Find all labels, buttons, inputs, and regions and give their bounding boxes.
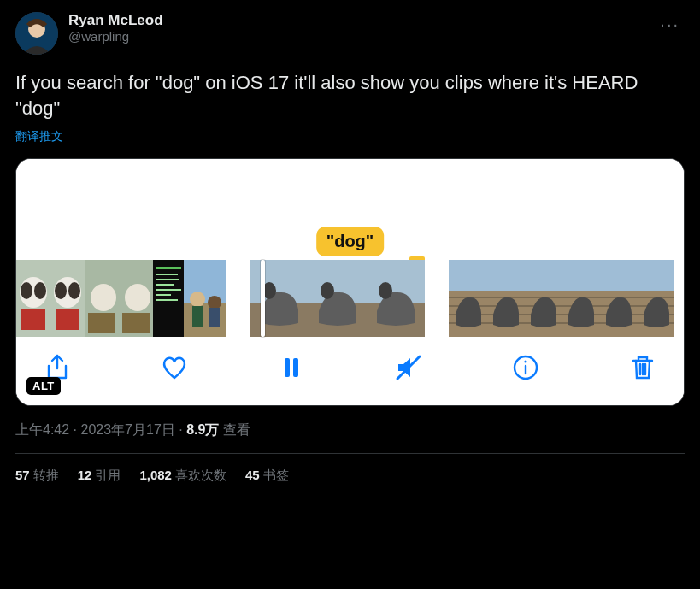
svg-rect-31 bbox=[209, 308, 220, 327]
svg-rect-21 bbox=[156, 279, 179, 280]
svg-point-9 bbox=[55, 282, 67, 299]
pause-icon bbox=[277, 353, 306, 382]
svg-rect-29 bbox=[192, 306, 203, 327]
thumbnail bbox=[637, 260, 674, 337]
thumbnail bbox=[486, 260, 524, 337]
bookmarks-stat[interactable]: 45书签 bbox=[245, 468, 289, 484]
svg-point-5 bbox=[34, 282, 46, 299]
svg-rect-17 bbox=[122, 313, 150, 333]
more-button[interactable]: ··· bbox=[655, 12, 685, 36]
avatar-image bbox=[15, 12, 58, 55]
tweet-meta: 上午4:42 · 2023年7月17日 · 8.9万 查看 bbox=[15, 421, 685, 439]
thumbnail bbox=[119, 260, 153, 337]
heart-icon bbox=[160, 353, 189, 382]
svg-rect-78 bbox=[293, 358, 298, 377]
views-count: 8.9万 bbox=[186, 422, 219, 437]
thumbnail bbox=[153, 260, 184, 337]
media-whitespace: "dog" bbox=[16, 159, 684, 260]
svg-point-40 bbox=[379, 282, 392, 299]
like-button[interactable] bbox=[159, 352, 190, 383]
svg-rect-23 bbox=[156, 289, 181, 291]
clip-group-2 bbox=[250, 260, 425, 337]
translate-link[interactable]: 翻译推文 bbox=[15, 129, 685, 144]
search-tag-bubble: "dog" bbox=[316, 227, 385, 256]
svg-rect-19 bbox=[156, 267, 181, 269]
playhead[interactable] bbox=[261, 260, 265, 337]
svg-point-28 bbox=[190, 292, 205, 307]
quotes-stat[interactable]: 12引用 bbox=[78, 468, 121, 484]
svg-rect-59 bbox=[562, 260, 599, 291]
tweet-container: Ryan McLeod @warpling ··· If you search … bbox=[0, 0, 700, 498]
svg-rect-11 bbox=[56, 309, 79, 330]
mute-button[interactable] bbox=[393, 352, 424, 383]
media-toolbar bbox=[16, 337, 684, 405]
svg-rect-65 bbox=[599, 260, 637, 291]
tweet-date[interactable]: 2023年7月17日 bbox=[80, 422, 174, 437]
tweet-stats: 57转推 12引用 1,082喜欢次数 45书签 bbox=[15, 468, 685, 484]
thumbnail bbox=[16, 260, 50, 337]
video-filmstrip[interactable] bbox=[16, 260, 684, 337]
svg-rect-71 bbox=[637, 260, 674, 291]
thumbnail bbox=[250, 260, 309, 337]
display-name[interactable]: Ryan McLeod bbox=[68, 12, 655, 29]
thumbnail bbox=[184, 260, 226, 337]
svg-point-30 bbox=[208, 296, 221, 309]
clip-gap bbox=[226, 260, 250, 337]
media-card[interactable]: "dog" bbox=[15, 158, 685, 406]
thumbnail bbox=[85, 260, 119, 337]
divider bbox=[15, 453, 685, 454]
clip-group-1 bbox=[16, 260, 226, 337]
user-handle[interactable]: @warpling bbox=[68, 29, 655, 44]
delete-button[interactable] bbox=[627, 352, 658, 383]
svg-rect-25 bbox=[156, 299, 178, 301]
svg-rect-20 bbox=[156, 274, 178, 275]
svg-rect-22 bbox=[156, 284, 174, 286]
svg-point-13 bbox=[91, 284, 116, 311]
svg-rect-27 bbox=[184, 303, 226, 337]
views-label: 查看 bbox=[219, 422, 250, 437]
svg-rect-77 bbox=[285, 358, 290, 377]
svg-point-37 bbox=[321, 282, 334, 299]
svg-rect-47 bbox=[486, 260, 524, 291]
thumbnail bbox=[562, 260, 599, 337]
svg-point-10 bbox=[68, 282, 80, 299]
likes-stat[interactable]: 1,082喜欢次数 bbox=[139, 468, 226, 484]
svg-rect-26 bbox=[184, 260, 226, 303]
svg-point-83 bbox=[524, 361, 526, 363]
svg-rect-24 bbox=[156, 294, 171, 296]
thumbnail bbox=[524, 260, 562, 337]
svg-rect-14 bbox=[88, 313, 115, 333]
svg-rect-18 bbox=[153, 260, 184, 337]
thumbnail bbox=[50, 260, 85, 337]
thumbnail bbox=[599, 260, 637, 337]
svg-rect-6 bbox=[21, 309, 45, 330]
svg-point-4 bbox=[21, 282, 32, 299]
tweet-time[interactable]: 上午4:42 bbox=[15, 422, 69, 437]
thumbnail bbox=[449, 260, 486, 337]
info-icon bbox=[511, 353, 540, 382]
svg-point-16 bbox=[125, 284, 150, 311]
alt-badge[interactable]: ALT bbox=[26, 377, 61, 395]
pause-button[interactable] bbox=[276, 352, 307, 383]
avatar[interactable] bbox=[15, 12, 58, 55]
thumbnail bbox=[309, 260, 367, 337]
clip-gap bbox=[425, 260, 449, 337]
clip-group-3 bbox=[449, 260, 674, 337]
svg-rect-53 bbox=[524, 260, 562, 291]
retweets-stat[interactable]: 57转推 bbox=[15, 468, 59, 484]
thumbnail bbox=[367, 260, 425, 337]
svg-rect-41 bbox=[449, 260, 486, 291]
trash-icon bbox=[628, 353, 657, 382]
tweet-text: If you search for "dog" on iOS 17 it'll … bbox=[15, 70, 685, 121]
user-block: Ryan McLeod @warpling bbox=[68, 12, 655, 44]
speaker-muted-icon bbox=[394, 353, 423, 382]
info-button[interactable] bbox=[510, 352, 541, 383]
tweet-header: Ryan McLeod @warpling ··· bbox=[15, 12, 685, 55]
